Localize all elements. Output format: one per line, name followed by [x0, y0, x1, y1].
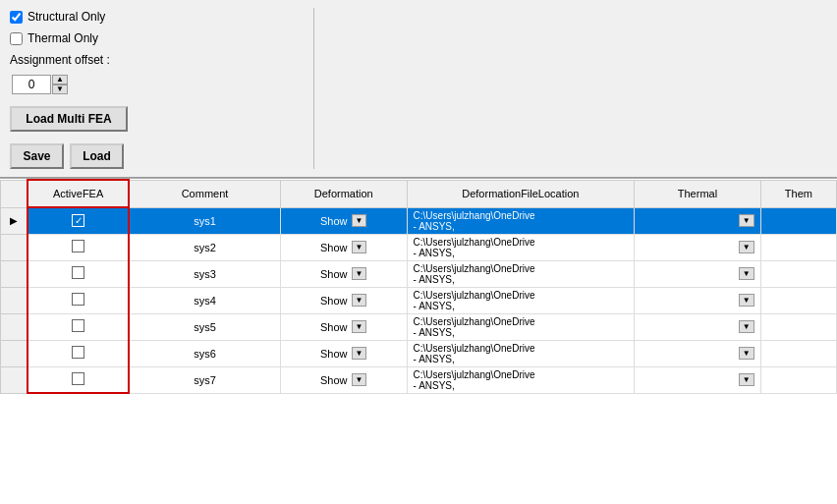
- row-indicator-cell: [1, 287, 28, 313]
- col-header-comment: Comment: [129, 180, 280, 207]
- them-cell: [760, 260, 836, 287]
- structural-only-label: Structural Only: [28, 10, 105, 24]
- comment-cell: sys1: [129, 207, 280, 234]
- structural-only-checkbox[interactable]: [10, 11, 23, 24]
- thermal-dropdown-arrow[interactable]: ▼: [739, 294, 754, 307]
- deformation-dropdown-arrow[interactable]: ▼: [352, 347, 367, 360]
- table-row: sys2Show▼C:\Users\julzhang\OneDrive- ANS…: [1, 234, 837, 260]
- them-cell: [760, 234, 836, 260]
- table-row: sys3Show▼C:\Users\julzhang\OneDrive- ANS…: [1, 260, 837, 287]
- deformation-cell[interactable]: Show▼: [280, 340, 407, 366]
- active-fea-cell[interactable]: [28, 287, 129, 313]
- thermal-cell[interactable]: ▼: [635, 340, 761, 366]
- file-location-cell: C:\Users\julzhang\OneDrive- ANSYS,: [407, 287, 635, 313]
- deformation-text: Show: [320, 374, 348, 386]
- thermal-dropdown-arrow[interactable]: ▼: [739, 347, 754, 360]
- spin-up-button[interactable]: ▲: [52, 75, 68, 84]
- comment-cell: sys2: [129, 234, 280, 260]
- offset-input[interactable]: [12, 75, 51, 94]
- assignment-offset-label: Assignment offset :: [10, 53, 110, 67]
- file-location-cell: C:\Users\julzhang\OneDrive- ANSYS,: [407, 340, 635, 366]
- active-fea-checkbox[interactable]: [72, 319, 84, 332]
- col-header-active-fea: ActiveFEA: [28, 180, 129, 207]
- save-button[interactable]: Save: [10, 143, 64, 169]
- file-location-cell: C:\Users\julzhang\OneDrive- ANSYS,: [407, 313, 635, 340]
- thermal-cell[interactable]: ▼: [635, 234, 761, 260]
- file-location-text: C:\Users\julzhang\OneDrive: [414, 343, 535, 354]
- deformation-cell[interactable]: Show▼: [280, 260, 407, 287]
- comment-cell: sys3: [129, 260, 280, 287]
- spin-down-button[interactable]: ▼: [52, 84, 68, 94]
- thermal-cell[interactable]: ▼: [635, 313, 761, 340]
- deformation-cell[interactable]: Show▼: [280, 366, 407, 393]
- col-header-deformation-file-location: DeformationFileLocation: [407, 180, 635, 207]
- load-multi-fea-button[interactable]: Load Multi FEA: [10, 106, 128, 132]
- thermal-cell[interactable]: ▼: [635, 366, 761, 393]
- file-location-text: C:\Users\julzhang\OneDrive: [414, 237, 535, 248]
- active-fea-checkbox[interactable]: [72, 266, 84, 279]
- thermal-cell[interactable]: ▼: [635, 260, 761, 287]
- thermal-only-row: Thermal Only: [10, 29, 304, 47]
- thermal-cell[interactable]: ▼: [635, 287, 761, 313]
- active-fea-cell[interactable]: [28, 366, 129, 393]
- deformation-dropdown-arrow[interactable]: ▼: [352, 214, 367, 227]
- active-fea-cell[interactable]: [28, 313, 129, 340]
- deformation-cell[interactable]: Show▼: [280, 207, 407, 234]
- thermal-dropdown-arrow[interactable]: ▼: [739, 373, 754, 386]
- file-location-text: C:\Users\julzhang\OneDrive: [414, 210, 535, 221]
- table-row: ▶✓sys1Show▼C:\Users\julzhang\OneDrive- A…: [1, 207, 837, 234]
- them-cell: [760, 340, 836, 366]
- active-fea-checkbox[interactable]: ✓: [72, 214, 84, 227]
- row-indicator-cell: [1, 340, 28, 366]
- deformation-cell[interactable]: Show▼: [280, 313, 407, 340]
- file-location-cell: C:\Users\julzhang\OneDrive- ANSYS,: [407, 234, 635, 260]
- table-row: sys6Show▼C:\Users\julzhang\OneDrive- ANS…: [1, 340, 837, 366]
- deformation-dropdown-arrow[interactable]: ▼: [352, 294, 367, 307]
- left-controls: Structural Only Thermal Only Assignment …: [10, 8, 314, 169]
- deformation-dropdown-arrow[interactable]: ▼: [352, 373, 367, 386]
- file-location-cell: C:\Users\julzhang\OneDrive- ANSYS,: [407, 260, 635, 287]
- deformation-text: Show: [320, 242, 348, 253]
- comment-cell: sys5: [129, 313, 280, 340]
- row-indicator-cell: [1, 366, 28, 393]
- table-row: sys7Show▼C:\Users\julzhang\OneDrive- ANS…: [1, 366, 837, 393]
- deformation-text: Show: [320, 321, 348, 333]
- deformation-cell[interactable]: Show▼: [280, 234, 407, 260]
- active-fea-cell[interactable]: [28, 234, 129, 260]
- deformation-text: Show: [320, 215, 348, 227]
- deformation-dropdown-arrow[interactable]: ▼: [352, 320, 367, 333]
- active-fea-cell[interactable]: [28, 340, 129, 366]
- table-body: ▶✓sys1Show▼C:\Users\julzhang\OneDrive- A…: [1, 207, 837, 393]
- file-location-text: C:\Users\julzhang\OneDrive: [414, 316, 535, 327]
- active-fea-cell[interactable]: [28, 260, 129, 287]
- deformation-text: Show: [320, 348, 348, 360]
- active-fea-checkbox[interactable]: [72, 372, 84, 385]
- active-fea-checkbox[interactable]: [72, 240, 84, 252]
- structural-only-row: Structural Only: [10, 8, 304, 26]
- table-header-row: ActiveFEA Comment Deformation Deformatio…: [1, 180, 837, 207]
- them-cell: [760, 287, 836, 313]
- deformation-dropdown-arrow[interactable]: ▼: [352, 241, 367, 253]
- row-indicator-cell: ▶: [1, 207, 28, 234]
- deformation-text: Show: [320, 268, 348, 280]
- deformation-dropdown-arrow[interactable]: ▼: [352, 267, 367, 280]
- row-indicator-cell: [1, 234, 28, 260]
- comment-cell: sys4: [129, 287, 280, 313]
- active-fea-cell[interactable]: ✓: [28, 207, 129, 234]
- main-container: Structural Only Thermal Only Assignment …: [0, 0, 837, 504]
- active-fea-checkbox[interactable]: [72, 293, 84, 306]
- active-fea-checkbox[interactable]: [72, 346, 84, 359]
- deformation-cell[interactable]: Show▼: [280, 287, 407, 313]
- thermal-dropdown-arrow[interactable]: ▼: [739, 267, 754, 280]
- them-cell: [760, 313, 836, 340]
- thermal-dropdown-arrow[interactable]: ▼: [739, 214, 754, 227]
- col-header-thermal: Thermal: [635, 180, 761, 207]
- deformation-text: Show: [320, 295, 348, 307]
- load-button[interactable]: Load: [70, 143, 124, 169]
- thermal-dropdown-arrow[interactable]: ▼: [739, 320, 754, 333]
- thermal-cell[interactable]: ▼: [635, 207, 761, 234]
- offset-control: ▲ ▼: [12, 75, 304, 94]
- thermal-only-checkbox[interactable]: [10, 32, 23, 45]
- thermal-dropdown-arrow[interactable]: ▼: [739, 241, 754, 253]
- file-location-cell: C:\Users\julzhang\OneDrive- ANSYS,: [407, 207, 635, 234]
